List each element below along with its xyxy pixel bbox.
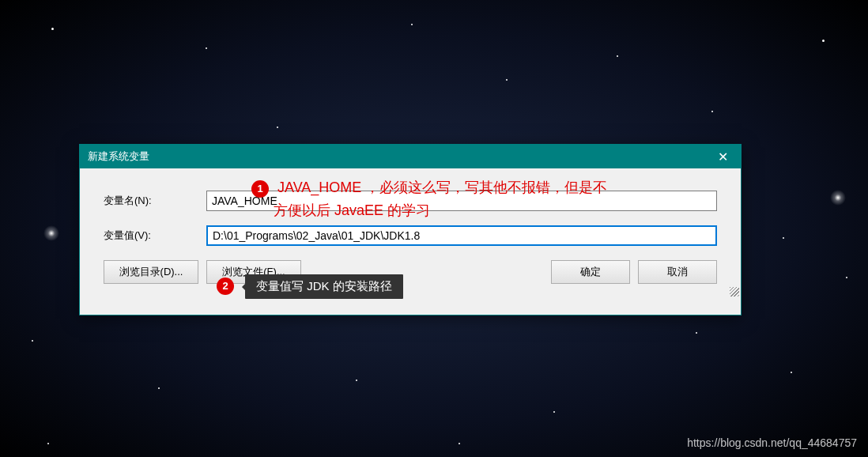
star-icon: [158, 387, 160, 389]
star-icon: [617, 55, 618, 57]
star-icon: [411, 24, 413, 25]
star-icon: [506, 79, 508, 81]
star-icon: [459, 443, 460, 444]
star-icon: [356, 380, 357, 381]
browse-directory-button[interactable]: 浏览目录(D)...: [104, 260, 198, 284]
annotation-2-tooltip-text: 变量值写 JDK 的安装路径: [256, 279, 392, 293]
variable-name-label: 变量名(N):: [104, 194, 206, 208]
new-system-variable-dialog: 新建系统变量 ✕ 变量名(N): 变量值(V): 浏览目录(D)... 浏览文件…: [79, 144, 742, 315]
star-icon: [822, 40, 825, 42]
watermark: https://blog.csdn.net/qq_44684757: [687, 436, 857, 449]
star-icon: [32, 340, 33, 342]
star-icon: [711, 111, 713, 112]
confirm-button-group: 确定 取消: [551, 260, 717, 284]
dialog-title: 新建系统变量: [88, 149, 149, 164]
big-star-icon: [830, 190, 846, 206]
star-icon: [51, 28, 54, 30]
dialog-button-row: 浏览目录(D)... 浏览文件(F)... 确定 取消: [104, 260, 717, 284]
ok-button[interactable]: 确定: [551, 260, 630, 284]
annotation-2-tooltip: 变量值写 JDK 的安装路径: [245, 274, 403, 299]
dialog-body: 变量名(N): 变量值(V): 浏览目录(D)... 浏览文件(F)... 确定…: [80, 168, 741, 298]
variable-name-row: 变量名(N):: [104, 191, 717, 211]
star-icon: [791, 372, 792, 373]
variable-name-input[interactable]: [206, 191, 717, 211]
star-icon: [206, 47, 207, 49]
star-icon: [277, 127, 278, 128]
resize-grip-icon[interactable]: [730, 287, 739, 296]
variable-value-input[interactable]: [206, 225, 717, 246]
cancel-button[interactable]: 取消: [638, 260, 717, 284]
big-star-icon: [43, 225, 59, 241]
star-icon: [47, 443, 49, 444]
close-icon[interactable]: ✕: [705, 145, 741, 168]
variable-value-label: 变量值(V):: [104, 228, 206, 243]
star-icon: [553, 411, 555, 413]
star-icon: [846, 277, 847, 278]
star-icon: [783, 237, 784, 239]
variable-value-row: 变量值(V):: [104, 225, 717, 246]
dialog-titlebar: 新建系统变量 ✕: [80, 145, 741, 168]
star-icon: [696, 332, 697, 334]
